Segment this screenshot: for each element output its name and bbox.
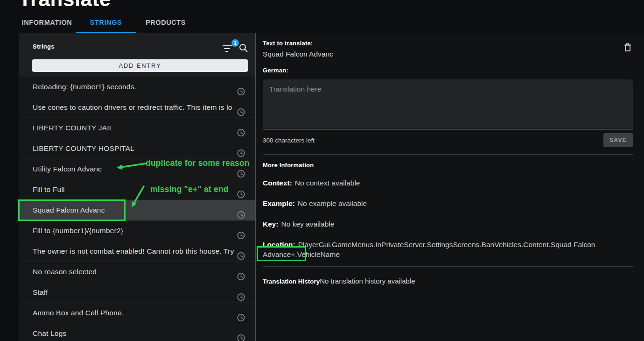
info-item-value: No context available [295, 179, 360, 187]
translation-detail-panel: Text to translate: Squad Falcon Advanc G… [255, 33, 644, 341]
tab-information[interactable]: INFORMATION [18, 19, 76, 33]
text-to-translate-label: Text to translate: [263, 40, 313, 47]
string-list-item[interactable]: Reloading: {number1} seconds. [19, 77, 255, 97]
strings-panel: Strings 1 ADD ENTRY [19, 33, 255, 341]
translation-input[interactable] [263, 79, 633, 129]
string-item-label: No reason selected [33, 268, 97, 276]
pending-clock-icon [237, 288, 245, 296]
string-list-item[interactable]: Fill to Full [19, 179, 255, 200]
characters-row: 300 characters left SAVE [263, 133, 633, 147]
string-item-label: Utility Falcon Advanc [33, 165, 102, 173]
string-item-label: Fill to Full [33, 185, 65, 193]
characters-left-text: 300 characters left [263, 137, 315, 144]
filter-count-badge: 1 [231, 39, 239, 47]
string-list-item[interactable]: Utility Falcon Advanc [19, 159, 255, 179]
pending-clock-icon [237, 268, 245, 276]
string-item-label: Fill to {number1}/{number2} [33, 227, 123, 234]
translation-history-value: No translation history available [320, 277, 415, 285]
info-item: Example:No example available [263, 199, 633, 208]
pending-clock-icon [237, 247, 245, 255]
info-item-label: Example: [263, 199, 295, 207]
language-label: German: [263, 67, 288, 74]
string-item-label: LIBERTY COUNTY JAIL [33, 124, 113, 132]
string-list-item[interactable]: The owner is not combat enabled! Cannot … [19, 241, 255, 262]
info-item: Location:PlayerGui.GameMenus.InPrivateSe… [263, 240, 633, 259]
string-list-item[interactable]: Squad Falcon Advanc [19, 200, 255, 220]
strings-panel-title: Strings [33, 43, 55, 50]
info-item: Key:No key available [263, 219, 633, 229]
info-item: Context:No context available [263, 178, 633, 188]
filter-icon[interactable] [222, 44, 233, 53]
string-item-label: The owner is not combat enabled! Cannot … [33, 247, 234, 255]
string-item-label: Squad Falcon Advanc [33, 206, 105, 214]
string-item-label: Staff [33, 288, 48, 296]
info-item-value: No example available [298, 199, 367, 207]
string-item-label: Use cones to caution drivers or redirect… [33, 103, 232, 111]
divider [263, 266, 633, 267]
pending-clock-icon [237, 206, 245, 214]
pending-clock-icon [237, 329, 245, 337]
strings-list: Reloading: {number1} seconds. Use cones … [19, 77, 255, 341]
string-list-item[interactable]: LIBERTY COUNTY HOSPITAL [19, 138, 255, 159]
string-list-item[interactable]: No reason selected [19, 262, 255, 282]
more-information-label: More Information [263, 162, 314, 169]
divider [263, 154, 633, 155]
strings-panel-header: Strings 1 ADD ENTRY [19, 33, 255, 77]
tab-bar: INFORMATION STRINGS PRODUCTS [18, 0, 644, 33]
pending-clock-icon [237, 124, 245, 132]
search-icon[interactable] [239, 43, 248, 52]
pending-clock-icon [237, 144, 245, 152]
string-list-item[interactable]: LIBERTY COUNTY JAIL [19, 118, 255, 138]
string-list-item[interactable]: Staff [19, 282, 255, 303]
info-item-label: Key: [263, 220, 279, 228]
delete-entry-button[interactable] [623, 43, 632, 52]
info-item-value: PlayerGui.GameMenus.InPrivateServer.Sett… [263, 241, 595, 258]
string-list-item[interactable]: Use cones to caution drivers or redirect… [19, 97, 255, 118]
more-information-list: Context:No context availableExample:No e… [263, 178, 633, 270]
string-item-label: Reloading: {number1} seconds. [33, 83, 136, 91]
translation-history-label: Translation History [263, 278, 320, 285]
info-item-label: Location: [263, 241, 295, 249]
pending-clock-icon [237, 83, 245, 91]
info-item-value: No key available [281, 220, 335, 228]
pending-clock-icon [237, 103, 245, 111]
pending-clock-icon [237, 185, 245, 193]
string-list-item[interactable]: Fill to {number1}/{number2} [19, 220, 255, 241]
translate-page: Translate INFORMATION STRINGS PRODUCTS S… [0, 0, 644, 341]
string-list-item[interactable]: Ammo Box and Cell Phone. [19, 303, 255, 323]
string-item-label: Chat Logs [33, 329, 66, 337]
pending-clock-icon [237, 165, 245, 173]
string-item-label: LIBERTY COUNTY HOSPITAL [33, 144, 134, 152]
string-item-label: Ammo Box and Cell Phone. [33, 309, 124, 317]
save-button[interactable]: SAVE [603, 133, 633, 147]
pending-clock-icon [237, 309, 245, 317]
info-item-label: Context: [263, 179, 292, 187]
pending-clock-icon [237, 227, 245, 234]
add-entry-button[interactable]: ADD ENTRY [32, 59, 248, 72]
tab-products[interactable]: PRODUCTS [136, 19, 196, 33]
translation-history-row: Translation HistoryNo translation histor… [263, 277, 633, 286]
tab-strings[interactable]: STRINGS [76, 19, 136, 33]
text-to-translate-value: Squad Falcon Advanc [263, 50, 333, 58]
string-list-item[interactable]: Chat Logs [19, 323, 255, 341]
